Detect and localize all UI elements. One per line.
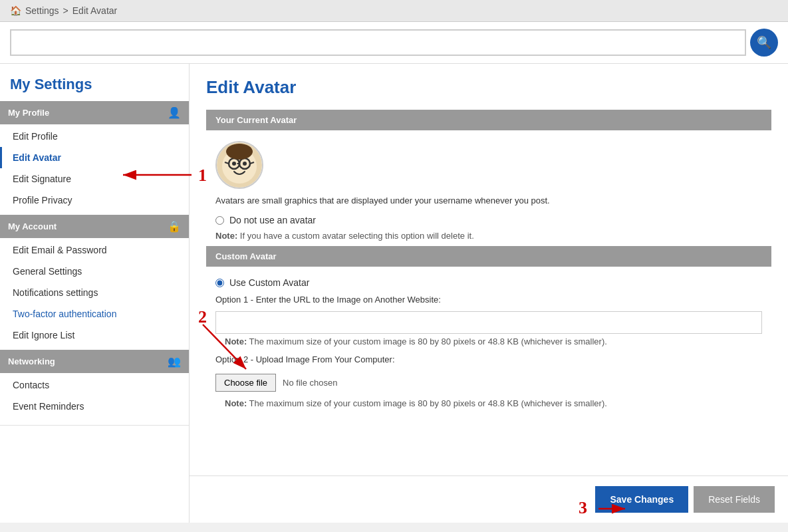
avatar-svg bbox=[217, 142, 262, 188]
networking-label: Networking bbox=[8, 356, 55, 366]
search-bar: 🔍 bbox=[0, 22, 788, 64]
sidebar-item-general-settings[interactable]: General Settings bbox=[0, 261, 189, 282]
person-icon: 👤 bbox=[168, 106, 181, 119]
option2-label: Option 2 - Upload Image From Your Comput… bbox=[215, 354, 762, 367]
note-label-1: Note: bbox=[215, 231, 237, 241]
sidebar-item-two-factor[interactable]: Two-factor authentication bbox=[0, 303, 189, 325]
content-area: Edit Avatar Your Current Avatar bbox=[190, 64, 788, 475]
note-label-3: Note: bbox=[225, 398, 247, 408]
main-layout: My Settings My Profile 👤 Edit Profile Ed… bbox=[0, 64, 788, 523]
no-avatar-radio[interactable] bbox=[215, 216, 224, 225]
url-input[interactable] bbox=[215, 311, 762, 334]
lock-icon: 🔒 bbox=[168, 220, 181, 233]
svg-point-7 bbox=[243, 162, 247, 166]
custom-avatar-section: Custom Avatar Use Custom Avatar Option 1… bbox=[206, 246, 771, 419]
sidebar-section-my-account: My Account 🔒 bbox=[0, 215, 189, 238]
use-custom-label: Use Custom Avatar bbox=[229, 277, 309, 288]
custom-avatar-header: Custom Avatar bbox=[206, 246, 771, 267]
sidebar-item-edit-signature[interactable]: Edit Signature bbox=[0, 168, 189, 190]
svg-point-6 bbox=[232, 162, 236, 166]
sidebar-item-edit-avatar[interactable]: Edit Avatar bbox=[0, 147, 189, 168]
note-max-size-2: Note: The maximum size of your custom im… bbox=[215, 398, 762, 408]
option1-label: Option 1 - Enter the URL to the Image on… bbox=[215, 295, 762, 307]
reset-fields-button[interactable]: Reset Fields bbox=[694, 486, 775, 513]
no-avatar-note-text: If you have a custom avatar selecting th… bbox=[240, 231, 474, 241]
settings-breadcrumb: Settings bbox=[25, 5, 59, 16]
sidebar-item-contacts[interactable]: Contacts bbox=[0, 374, 189, 396]
avatar-description: Avatars are small graphics that are disp… bbox=[206, 196, 771, 205]
sidebar-item-ignore-list[interactable]: Edit Ignore List bbox=[0, 325, 189, 346]
custom-avatar-content: Use Custom Avatar Option 1 - Enter the U… bbox=[206, 277, 771, 419]
note-max-size: Note: The maximum size of your custom im… bbox=[215, 336, 762, 346]
svg-point-8 bbox=[226, 144, 253, 160]
sidebar-section-networking: Networking 👥 bbox=[0, 350, 189, 373]
choose-file-button[interactable]: Choose file bbox=[215, 374, 276, 392]
avatar-image bbox=[215, 141, 263, 189]
footer-bar: Save Changes Reset Fields bbox=[190, 475, 788, 523]
save-changes-button[interactable]: Save Changes bbox=[595, 486, 688, 513]
use-custom-row: Use Custom Avatar bbox=[215, 277, 762, 288]
sidebar-item-notifications[interactable]: Notifications settings bbox=[0, 282, 189, 303]
no-avatar-label: Do not use an avatar bbox=[229, 215, 316, 225]
sidebar-item-edit-email-password[interactable]: Edit Email & Password bbox=[0, 239, 189, 261]
no-avatar-note: Note: If you have a custom avatar select… bbox=[206, 231, 771, 241]
sidebar-item-profile-privacy[interactable]: Profile Privacy bbox=[0, 190, 189, 211]
group-icon: 👥 bbox=[168, 355, 181, 368]
sidebar-title: My Settings bbox=[0, 64, 189, 101]
note-max-size2-text: The maximum size of your custom image is… bbox=[249, 398, 607, 408]
sidebar-section-my-profile: My Profile 👤 bbox=[0, 101, 189, 124]
file-upload-row: Choose file No file chosen bbox=[215, 374, 762, 392]
breadcrumb-separator: > bbox=[63, 5, 68, 16]
sidebar-item-event-reminders[interactable]: Event Reminders bbox=[0, 396, 189, 417]
note-label-2: Note: bbox=[225, 336, 247, 346]
breadcrumb-bar: 🏠 Settings > Edit Avatar bbox=[0, 0, 788, 22]
use-custom-radio[interactable] bbox=[215, 279, 224, 287]
sidebar-item-edit-profile[interactable]: Edit Profile bbox=[0, 126, 189, 147]
current-page-breadcrumb: Edit Avatar bbox=[72, 5, 117, 16]
current-avatar-header: Your Current Avatar bbox=[206, 110, 771, 130]
search-button[interactable]: 🔍 bbox=[750, 29, 778, 57]
home-icon: 🏠 bbox=[10, 5, 21, 16]
sidebar: My Settings My Profile 👤 Edit Profile Ed… bbox=[0, 64, 190, 523]
my-profile-label: My Profile bbox=[8, 108, 49, 118]
page-title: Edit Avatar bbox=[206, 77, 771, 98]
no-avatar-option: Do not use an avatar bbox=[206, 215, 771, 225]
current-avatar-section: Your Current Avatar bbox=[206, 110, 771, 241]
search-input[interactable] bbox=[10, 29, 746, 56]
my-account-label: My Account bbox=[8, 221, 57, 231]
note-max-size-text: The maximum size of your custom image is… bbox=[249, 336, 607, 346]
no-file-text: No file chosen bbox=[283, 378, 337, 388]
